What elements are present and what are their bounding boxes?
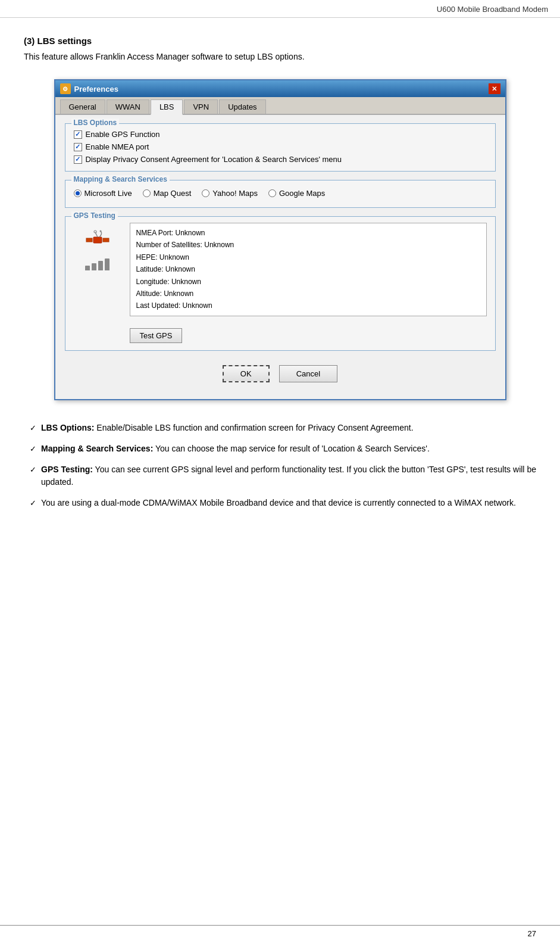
tab-lbs[interactable]: LBS: [151, 99, 183, 115]
svg-rect-2: [103, 238, 109, 242]
checkmark-0: ✓: [30, 422, 36, 434]
checkmark-3: ✓: [30, 497, 36, 509]
radio-label-google: Google Maps: [279, 189, 325, 198]
bullet-text-0: LBS Options: Enable/Disable LBS function…: [41, 422, 536, 434]
gps-info-3: Latitude: Unknown: [136, 263, 480, 275]
gps-info-5: Altitude: Unknown: [136, 288, 480, 300]
tab-updates[interactable]: Updates: [219, 99, 265, 114]
radio-btn-mapquest[interactable]: [143, 189, 151, 197]
gps-testing-group: GPS Testing: [65, 216, 496, 351]
bar-1: [85, 266, 90, 270]
satellite-icon: [84, 226, 111, 254]
gps-button-row: Test GPS: [130, 328, 487, 343]
bullet-item-1: ✓ Mapping & Search Services: You can cho…: [30, 443, 536, 455]
checkbox-enable-gps: Enable GPS Function: [74, 130, 487, 139]
gps-info-4: Longitude: Unknown: [136, 276, 480, 288]
test-gps-button[interactable]: Test GPS: [130, 328, 183, 343]
dialog-body: LBS Options Enable GPS Function Enable N…: [55, 115, 505, 399]
page-number: 27: [528, 929, 536, 938]
main-content: (3) LBS settings This feature allows Fra…: [0, 18, 560, 541]
gps-testing-row: NMEA Port: Unknown Number of Satellites:…: [74, 223, 487, 343]
checkbox-enable-nmea: Enable NMEA port: [74, 142, 487, 151]
preferences-dialog: ⚙ Preferences ✕ General WWAN LBS VPN Upd…: [54, 79, 506, 400]
bullet-list: ✓ LBS Options: Enable/Disable LBS functi…: [30, 422, 536, 509]
svg-rect-0: [93, 237, 102, 243]
cb-enable-gps-label: Enable GPS Function: [86, 130, 160, 139]
tab-wwan[interactable]: WWAN: [107, 99, 149, 114]
radio-microsoft-live[interactable]: Microsoft Live: [74, 189, 132, 198]
radio-label-yahoo: Yahoo! Maps: [212, 189, 258, 198]
gps-testing-label: GPS Testing: [71, 211, 118, 220]
mapping-services-group: Mapping & Search Services Microsoft Live…: [65, 180, 496, 208]
radio-btn-yahoo[interactable]: [202, 189, 209, 197]
cb-enable-nmea-label: Enable NMEA port: [86, 142, 149, 151]
gps-info-6: Last Updated: Unknown: [136, 300, 480, 312]
svg-point-5: [99, 231, 101, 232]
bullet-text-2: GPS Testing: You can see current GPS sig…: [41, 463, 536, 488]
dialog-title-text: Preferences: [74, 85, 118, 94]
tab-general[interactable]: General: [60, 99, 105, 114]
header-title: U600 Mobile Broadband Modem: [437, 5, 548, 14]
svg-rect-1: [86, 238, 92, 242]
intro-text: This feature allows Franklin Access Mana…: [24, 52, 536, 61]
bar-4: [105, 258, 110, 270]
bullet-text-1: Mapping & Search Services: You can choos…: [41, 443, 536, 455]
dialog-titlebar: ⚙ Preferences ✕: [55, 80, 505, 97]
dialog-wrapper: ⚙ Preferences ✕ General WWAN LBS VPN Upd…: [24, 79, 536, 400]
preferences-icon: ⚙: [60, 83, 71, 94]
lbs-options-label: LBS Options: [71, 119, 120, 127]
bullet-item-3: ✓ You are using a dual-mode CDMA/WiMAX M…: [30, 497, 536, 509]
gps-info-box: NMEA Port: Unknown Number of Satellites:…: [130, 223, 487, 316]
radio-yahoo-maps[interactable]: Yahoo! Maps: [202, 189, 258, 198]
gps-info-0: NMEA Port: Unknown: [136, 227, 480, 239]
checkmark-1: ✓: [30, 443, 36, 455]
ok-button[interactable]: OK: [223, 365, 270, 382]
checkbox-display-privacy: Display Privacy Consent Agreement for 'L…: [74, 155, 487, 164]
gps-info-2: HEPE: Unknown: [136, 251, 480, 263]
bullet-bold-2: GPS Testing:: [41, 465, 93, 474]
dialog-close-button[interactable]: ✕: [489, 83, 500, 94]
lbs-options-group: LBS Options Enable GPS Function Enable N…: [65, 123, 496, 172]
dialog-title-left: ⚙ Preferences: [60, 83, 118, 94]
bullet-text-3: You are using a dual-mode CDMA/WiMAX Mob…: [41, 497, 536, 509]
page-footer: 27: [0, 925, 560, 938]
cb-enable-gps[interactable]: [74, 130, 82, 139]
radio-row: Microsoft Live Map Quest Yahoo! Maps: [74, 186, 487, 200]
bullet-bold-1: Mapping & Search Services:: [41, 444, 153, 453]
radio-btn-microsoft[interactable]: [74, 189, 82, 197]
radio-google-maps[interactable]: Google Maps: [268, 189, 325, 198]
gps-info-1: Number of Satellites: Unknown: [136, 239, 480, 251]
bullet-item-0: ✓ LBS Options: Enable/Disable LBS functi…: [30, 422, 536, 434]
radio-label-microsoft: Microsoft Live: [85, 189, 132, 198]
radio-map-quest[interactable]: Map Quest: [143, 189, 192, 198]
cb-display-privacy[interactable]: [74, 155, 82, 164]
checkmark-2: ✓: [30, 464, 36, 476]
mapping-services-label: Mapping & Search Services: [71, 175, 170, 183]
bullet-bold-0: LBS Options:: [41, 423, 94, 432]
dialog-footer: OK Cancel: [65, 359, 496, 391]
page-header: U600 Mobile Broadband Modem: [0, 0, 560, 18]
cancel-button[interactable]: Cancel: [279, 365, 337, 382]
cb-display-privacy-label: Display Privacy Consent Agreement for 'L…: [86, 155, 342, 164]
signal-bars: [85, 257, 110, 270]
tab-vpn[interactable]: VPN: [184, 99, 218, 114]
cb-enable-nmea[interactable]: [74, 143, 82, 151]
bullet-item-2: ✓ GPS Testing: You can see current GPS s…: [30, 463, 536, 488]
tabs-bar: General WWAN LBS VPN Updates: [55, 97, 505, 115]
bar-2: [92, 263, 96, 270]
radio-btn-google[interactable]: [268, 189, 276, 197]
radio-label-mapquest: Map Quest: [154, 189, 192, 198]
section-title: (3) LBS settings: [24, 36, 536, 46]
bar-3: [98, 261, 103, 270]
gps-icon-area: [74, 223, 121, 270]
